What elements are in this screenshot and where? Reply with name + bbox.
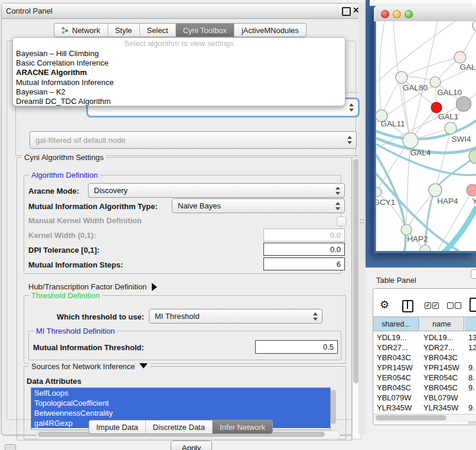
minimize-traffic-light-icon[interactable] bbox=[393, 10, 401, 18]
network-node-y[interactable] bbox=[467, 184, 476, 196]
table-cell[interactable]: YDR27... bbox=[423, 343, 463, 353]
control-panel-titlebar[interactable]: Control Panel ✕ bbox=[2, 4, 358, 19]
tab-label: Select bbox=[147, 26, 168, 35]
table-cell[interactable]: 9. bbox=[468, 403, 476, 413]
node-label: GAL11 bbox=[380, 119, 405, 128]
table-cell[interactable]: YBR043C bbox=[423, 353, 463, 363]
table-cell[interactable]: YPR145W bbox=[377, 363, 418, 373]
algorithm-option[interactable]: Dream8 DC_TDC Algorithm bbox=[13, 97, 345, 106]
manual-kernel-checkbox[interactable] bbox=[337, 217, 346, 226]
network-edge bbox=[382, 77, 402, 116]
panel-divider[interactable] bbox=[358, 3, 366, 434]
table-horizontal-scrollbar-thumb[interactable] bbox=[376, 415, 446, 420]
network-node[interactable] bbox=[457, 97, 471, 112]
algorithm-option[interactable]: Mutual Information Inference bbox=[13, 78, 345, 87]
table-cell[interactable] bbox=[468, 393, 476, 403]
mi-threshold-field[interactable]: 0.5 bbox=[255, 340, 338, 354]
network-window-titlebar[interactable] bbox=[374, 6, 476, 22]
attribute-list-item[interactable]: SelfLoops bbox=[31, 388, 330, 398]
tab-cyni-toolbox[interactable]: Cyni Toolbox bbox=[176, 24, 234, 37]
table-cell[interactable] bbox=[468, 353, 476, 363]
table-cell[interactable]: YLR345W bbox=[423, 403, 463, 413]
network-node-gal1[interactable] bbox=[431, 102, 442, 113]
list-vertical-scrollbar[interactable] bbox=[331, 390, 336, 424]
algorithm-option[interactable]: Bayesian – K2 bbox=[13, 87, 345, 97]
network-node[interactable] bbox=[472, 21, 476, 31]
network-node-hap2[interactable] bbox=[401, 224, 412, 235]
column-header-a[interactable]: A bbox=[465, 317, 476, 331]
dpi-tolerance-field[interactable]: 0.0 bbox=[263, 243, 345, 256]
table-cell[interactable]: YBR045C bbox=[423, 383, 463, 393]
algorithm-dropdown-popup: Select algorithm to view settings Bayesi… bbox=[12, 37, 345, 106]
zoom-traffic-light-icon[interactable] bbox=[405, 10, 413, 18]
table-cell[interactable]: YDL19... bbox=[423, 332, 463, 343]
tab-discretize-data[interactable]: Discretize Data bbox=[146, 420, 213, 433]
table-cell[interactable]: YPR145W bbox=[423, 363, 463, 373]
tab-label: Infer Network bbox=[220, 423, 265, 432]
aracne-mode-label: Aracne Mode: bbox=[28, 187, 79, 195]
network-node-gal10[interactable] bbox=[430, 77, 441, 87]
algorithm-option[interactable]: Basic Correlation Inference bbox=[13, 58, 345, 68]
tab-impute-data[interactable]: Impute Data bbox=[89, 420, 146, 433]
mi-threshold-title: MI Threshold Definition bbox=[34, 327, 117, 335]
unselect-all-checks-icon[interactable] bbox=[447, 302, 461, 309]
mi-type-combobox[interactable]: Naive Bayes bbox=[172, 198, 345, 213]
network-node-gal4[interactable] bbox=[403, 133, 418, 148]
attribute-list-item[interactable]: BetweennessCentrality bbox=[31, 408, 330, 418]
table-cell[interactable]: 9. bbox=[468, 383, 476, 393]
table-cell[interactable]: YDR27... bbox=[377, 343, 418, 353]
algorithm-option[interactable]: Bayesian – Hill Climbing bbox=[13, 49, 345, 58]
table-cell[interactable]: 8. bbox=[468, 373, 476, 383]
tab-select[interactable]: Select bbox=[140, 24, 176, 37]
table-cell[interactable]: 13 bbox=[468, 332, 476, 343]
columns-icon[interactable] bbox=[402, 300, 413, 312]
table-cell[interactable]: YDL19... bbox=[377, 332, 418, 343]
collapsed-panel-chip[interactable] bbox=[5, 444, 16, 450]
table-panel-dock-control[interactable] bbox=[471, 269, 476, 279]
node-label: HAP2 bbox=[407, 234, 428, 243]
close-traffic-light-icon[interactable] bbox=[381, 10, 389, 18]
network-node-swi4[interactable] bbox=[445, 122, 457, 134]
divider-grip-icon[interactable] bbox=[360, 219, 364, 224]
network-canvas[interactable]: GALGAL80GAL10GAL1GAL11SWI4GAL4GCY1HAP4YH… bbox=[376, 21, 476, 251]
table-cell[interactable]: YBL079W bbox=[423, 393, 463, 403]
node-label: GAL bbox=[459, 63, 476, 71]
tab-style[interactable]: Style bbox=[108, 24, 140, 37]
which-threshold-combobox[interactable]: MI Threshold bbox=[149, 309, 322, 324]
document-icon[interactable] bbox=[470, 298, 476, 312]
network-combobox[interactable]: gal-filtered sif default node bbox=[30, 131, 357, 149]
column-header-shared[interactable]: shared... bbox=[373, 317, 419, 331]
table-cell[interactable]: 9. bbox=[468, 363, 476, 373]
tab-label: Discretize Data bbox=[153, 423, 205, 432]
gear-icon[interactable]: ⚙ bbox=[380, 298, 389, 311]
table-cell[interactable]: YBR045C bbox=[377, 383, 418, 393]
tab-infer-network[interactable]: Infer Network bbox=[213, 420, 272, 433]
tab-network[interactable]: Network bbox=[54, 24, 108, 37]
restore-icon[interactable] bbox=[342, 7, 351, 16]
table-cell[interactable]: YER054C bbox=[377, 373, 418, 383]
attribute-list-item[interactable]: TopologicalCoefficient bbox=[31, 398, 330, 408]
table-cell[interactable]: 12 bbox=[468, 343, 476, 353]
select-all-checks-icon[interactable]: ✓ ✓ bbox=[425, 302, 439, 309]
table-cell[interactable]: YBR043C bbox=[377, 353, 418, 363]
table-cell[interactable]: YER054C bbox=[423, 373, 463, 383]
mi-steps-field[interactable]: 6 bbox=[263, 257, 345, 270]
network-node-hap4[interactable] bbox=[429, 184, 442, 197]
column-header-name[interactable]: name bbox=[420, 317, 464, 331]
apply-button[interactable]: Apply bbox=[171, 441, 212, 450]
table-cell[interactable]: YLR345W bbox=[377, 403, 418, 413]
tab-jactivemnodules[interactable]: jActiveMNodules bbox=[234, 24, 306, 37]
network-view-window: GALGAL80GAL10GAL1GAL11SWI4GAL4GCY1HAP4YH… bbox=[374, 6, 476, 253]
node-label: Y bbox=[472, 197, 476, 206]
hub-definition-toggle[interactable]: Hub/Transcription Factor Definition bbox=[28, 282, 157, 291]
kernel-width-label: Kernel Width (0,1): bbox=[28, 231, 96, 240]
algorithm-option[interactable]: ARACNE Algorithm bbox=[13, 68, 345, 77]
sources-group-title[interactable]: Sources for Network Inference bbox=[29, 362, 150, 371]
aracne-mode-combobox[interactable]: Discovery bbox=[88, 183, 345, 198]
table-cell[interactable]: YBL079W bbox=[377, 393, 418, 403]
network-node-gal[interactable] bbox=[454, 51, 466, 63]
cyni-bottom-tabs: Impute DataDiscretize DataInfer Network bbox=[89, 420, 273, 434]
kernel-width-field[interactable]: 0.0 bbox=[263, 229, 345, 242]
network-node[interactable] bbox=[420, 245, 431, 251]
network-node-gal80[interactable] bbox=[396, 71, 407, 83]
